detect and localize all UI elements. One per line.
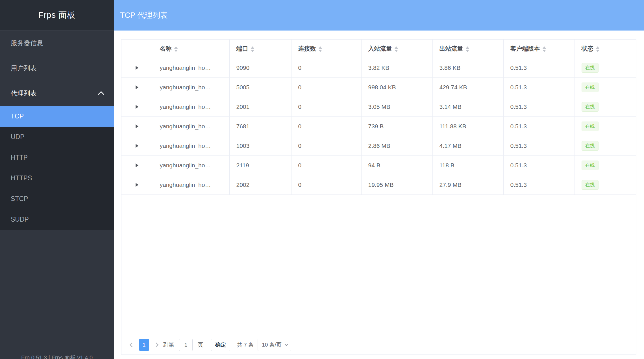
table-row: yanghuanglin_ho… 2001 0 3.05 MB 3.14 MB …	[121, 97, 636, 116]
expand-row-icon[interactable]	[136, 66, 138, 70]
sort-caret-icon	[395, 46, 398, 52]
table-empty-space	[121, 195, 636, 335]
table-row: yanghuanglin_ho… 1003 0 2.86 MB 4.17 MB …	[121, 136, 636, 155]
app-title: Frps 面板	[38, 10, 75, 21]
proxy-name-cell: yanghuanglin_ho…	[153, 175, 229, 194]
connections-cell: 0	[291, 58, 361, 77]
traffic-in-cell: 2.86 MB	[361, 136, 432, 155]
status-badge: 在线	[582, 63, 599, 73]
expand-row-icon[interactable]	[136, 105, 138, 109]
sidebar-item-user-list[interactable]: 用户列表	[0, 56, 114, 81]
page-number-button[interactable]: 1	[139, 339, 149, 351]
column-header-port[interactable]: 端口	[229, 40, 291, 58]
version-footer: Frp 0.51.3 | Frps 面板 v1.4.0	[0, 354, 114, 359]
sidebar-item-label: HTTPS	[11, 174, 32, 182]
expand-row-icon[interactable]	[136, 124, 138, 128]
goto-prefix-label: 到第	[163, 341, 174, 349]
sidebar-item-label: TCP	[11, 113, 24, 120]
status-badge: 在线	[582, 122, 599, 131]
client-version-cell: 0.51.3	[503, 136, 575, 155]
traffic-in-cell: 19.95 MB	[361, 175, 432, 194]
sidebar-item-proxy-list[interactable]: 代理列表	[0, 81, 114, 106]
port-cell: 2119	[229, 155, 291, 175]
column-header-traffic-out[interactable]: 出站流量	[432, 40, 503, 58]
chevron-down-icon	[284, 342, 288, 346]
column-header-name[interactable]: 名称	[153, 40, 229, 58]
traffic-out-cell: 4.17 MB	[432, 136, 503, 155]
table-header-row: 名称 端口 连接数 入站流量 出站流量 客户端版本 状态	[121, 40, 636, 58]
total-count-label: 共 7 条	[237, 341, 254, 349]
expand-row-icon[interactable]	[136, 144, 138, 148]
traffic-out-cell: 27.9 MB	[432, 175, 503, 194]
traffic-in-cell: 3.05 MB	[361, 97, 432, 116]
sort-caret-icon	[543, 46, 546, 52]
sidebar-item-sudp[interactable]: SUDP	[0, 209, 114, 230]
sidebar-item-label: SUDP	[11, 216, 29, 223]
column-header-traffic-in[interactable]: 入站流量	[361, 40, 432, 58]
port-cell: 1003	[229, 136, 291, 155]
expand-row-icon[interactable]	[136, 183, 138, 187]
expand-column-header	[121, 40, 153, 58]
traffic-in-cell: 998.04 KB	[361, 77, 432, 97]
table-row: yanghuanglin_ho… 5005 0 998.04 KB 429.74…	[121, 77, 636, 97]
goto-page-input[interactable]	[179, 339, 193, 351]
client-version-cell: 0.51.3	[503, 58, 575, 77]
chevron-up-icon	[98, 91, 105, 98]
proxy-table: 名称 端口 连接数 入站流量 出站流量 客户端版本 状态 yanghuangli…	[121, 40, 636, 195]
port-cell: 2001	[229, 97, 291, 116]
traffic-out-cell: 3.86 KB	[432, 58, 503, 77]
connections-cell: 0	[291, 77, 361, 97]
sidebar-item-label: HTTP	[11, 154, 28, 161]
table-row: yanghuanglin_ho… 7681 0 739 B 111.88 KB …	[121, 116, 636, 136]
column-header-client-version[interactable]: 客户端版本	[503, 40, 575, 58]
sidebar-item-label: 用户列表	[11, 64, 37, 73]
connections-cell: 0	[291, 116, 361, 136]
chevron-left-icon	[130, 342, 134, 347]
sidebar-item-server-info[interactable]: 服务器信息	[0, 31, 114, 56]
pagination-bar: 1 到第 页 确定 共 7 条 10 条/页	[121, 335, 636, 354]
sidebar-header: Frps 面板	[0, 0, 114, 31]
port-cell: 7681	[229, 116, 291, 136]
page-size-label: 10 条/页	[262, 341, 282, 349]
connections-cell: 0	[291, 175, 361, 194]
port-cell: 5005	[229, 77, 291, 97]
status-badge: 在线	[582, 141, 599, 151]
status-badge: 在线	[582, 180, 599, 190]
table-row: yanghuanglin_ho… 2002 0 19.95 MB 27.9 MB…	[121, 175, 636, 194]
sidebar-item-https[interactable]: HTTPS	[0, 168, 114, 189]
port-cell: 2002	[229, 175, 291, 194]
expand-row-icon[interactable]	[136, 85, 138, 89]
sidebar-item-http[interactable]: HTTP	[0, 147, 114, 168]
connections-cell: 0	[291, 97, 361, 116]
column-header-status[interactable]: 状态	[575, 40, 636, 58]
sidebar-item-label: 代理列表	[11, 89, 37, 98]
traffic-in-cell: 3.82 KB	[361, 58, 432, 77]
client-version-cell: 0.51.3	[503, 155, 575, 175]
sidebar-item-udp[interactable]: UDP	[0, 127, 114, 147]
next-page-button[interactable]	[153, 339, 160, 351]
goto-suffix-label: 页	[198, 341, 203, 349]
sort-caret-icon	[251, 46, 254, 52]
proxy-submenu: TCP UDP HTTP HTTPS STCP SUDP	[0, 106, 114, 230]
proxy-name-cell: yanghuanglin_ho…	[153, 136, 229, 155]
status-badge: 在线	[582, 161, 599, 170]
sidebar-item-label: STCP	[11, 195, 28, 203]
confirm-button[interactable]: 确定	[211, 339, 230, 351]
client-version-cell: 0.51.3	[503, 97, 575, 116]
port-cell: 9090	[229, 58, 291, 77]
prev-page-button[interactable]	[128, 339, 136, 351]
proxy-name-cell: yanghuanglin_ho…	[153, 58, 229, 77]
proxy-name-cell: yanghuanglin_ho…	[153, 97, 229, 116]
page-title: TCP 代理列表	[120, 10, 168, 20]
client-version-cell: 0.51.3	[503, 175, 575, 194]
page-size-select[interactable]: 10 条/页	[258, 339, 291, 351]
proxy-name-cell: yanghuanglin_ho…	[153, 116, 229, 136]
column-header-connections[interactable]: 连接数	[291, 40, 361, 58]
status-badge: 在线	[582, 102, 599, 112]
sort-caret-icon	[466, 46, 469, 52]
traffic-out-cell: 118 B	[432, 155, 503, 175]
table-row: yanghuanglin_ho… 9090 0 3.82 KB 3.86 KB …	[121, 58, 636, 77]
sidebar-item-tcp[interactable]: TCP	[0, 106, 114, 127]
expand-row-icon[interactable]	[136, 163, 138, 167]
sidebar-item-stcp[interactable]: STCP	[0, 189, 114, 209]
